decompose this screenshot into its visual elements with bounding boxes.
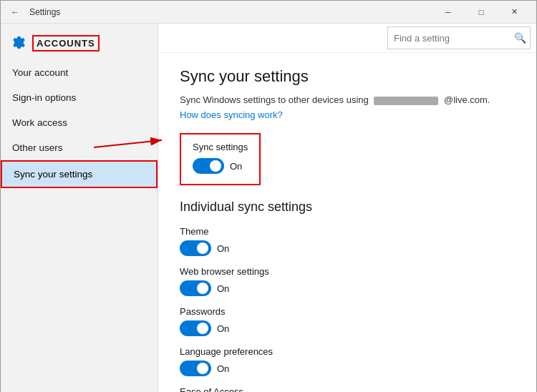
language-toggle[interactable] [180, 361, 211, 376]
sidebar-item-sync-settings[interactable]: Sync your settings [1, 160, 158, 188]
sidebar-item-other-users[interactable]: Other users [1, 135, 158, 160]
sync-item-theme-label: Theme [180, 226, 515, 237]
app-window: ← Settings ─ □ ✕ ACCOUNTS Your account [0, 0, 537, 392]
browser-toggle-label: On [217, 283, 229, 294]
page-title: Sync your settings [180, 67, 515, 86]
sync-toggle-label: On [230, 161, 242, 172]
sync-item-ease: Ease of Access On [180, 386, 515, 392]
email-blur [374, 97, 438, 105]
sync-settings-box: Sync settings On [180, 133, 261, 185]
toggle-knob [197, 323, 208, 334]
sync-toggle[interactable] [193, 158, 224, 174]
back-button[interactable]: ← [6, 4, 24, 21]
sync-item-passwords-label: Passwords [180, 306, 515, 317]
content-inner: Sync your settings Sync Windows settings… [158, 53, 536, 392]
search-bar[interactable]: 🔍 [387, 26, 531, 49]
subtitle-prefix: Sync Windows settings to other devices u… [180, 94, 369, 105]
theme-toggle[interactable] [180, 240, 211, 256]
sync-item-ease-label: Ease of Access [180, 386, 515, 392]
sidebar: ACCOUNTS Your account Sign-in options Wo… [1, 24, 158, 392]
sidebar-item-your-account[interactable]: Your account [1, 60, 158, 85]
browser-toggle[interactable] [180, 280, 211, 296]
sidebar-title: ACCOUNTS [32, 35, 100, 52]
language-toggle-label: On [217, 363, 229, 374]
sidebar-header: ACCOUNTS [1, 24, 158, 60]
passwords-toggle[interactable] [180, 320, 211, 336]
window-title: Settings [29, 7, 60, 17]
toggle-knob [197, 242, 208, 254]
individual-sync-title: Individual sync settings [180, 200, 515, 215]
sync-subtitle: Sync Windows settings to other devices u… [180, 94, 515, 105]
sync-item-browser-label: Web browser settings [180, 266, 515, 277]
sidebar-item-work-access[interactable]: Work access [1, 110, 158, 135]
gear-icon [9, 36, 25, 52]
how-does-syncing-link[interactable]: How does syncing work? [180, 109, 515, 120]
maximize-button[interactable]: □ [465, 1, 498, 24]
sync-item-passwords: Passwords On [180, 306, 515, 336]
theme-toggle-row: On [180, 240, 515, 256]
window-controls: ─ □ ✕ [432, 1, 531, 24]
close-button[interactable]: ✕ [498, 1, 531, 24]
toggle-knob [197, 283, 208, 294]
browser-toggle-row: On [180, 280, 515, 296]
sync-item-theme: Theme On [180, 226, 515, 256]
sync-item-language-label: Language preferences [180, 346, 515, 357]
sidebar-item-signin-options[interactable]: Sign-in options [1, 85, 158, 110]
toggle-knob [197, 363, 208, 374]
sync-item-browser: Web browser settings On [180, 266, 515, 296]
toggle-knob [210, 160, 221, 172]
sync-settings-title: Sync settings [193, 142, 248, 152]
content-area: 🔍 Sync your settings Sync Windows settin… [158, 24, 536, 392]
app-body: ACCOUNTS Your account Sign-in options Wo… [1, 24, 536, 392]
back-icon: ← [11, 7, 19, 17]
sync-toggle-row: On [193, 158, 248, 174]
passwords-toggle-label: On [217, 323, 229, 334]
passwords-toggle-row: On [180, 320, 515, 336]
title-bar-left: ← Settings [6, 4, 60, 21]
theme-toggle-label: On [217, 243, 229, 254]
title-bar: ← Settings ─ □ ✕ [1, 1, 536, 24]
sidebar-nav: Your account Sign-in options Work access… [1, 60, 158, 188]
minimize-button[interactable]: ─ [432, 1, 465, 24]
language-toggle-row: On [180, 361, 515, 376]
subtitle-suffix: @live.com. [444, 94, 490, 105]
search-icon: 🔍 [514, 32, 526, 44]
search-input[interactable] [394, 33, 514, 44]
sync-item-language: Language preferences On [180, 346, 515, 376]
